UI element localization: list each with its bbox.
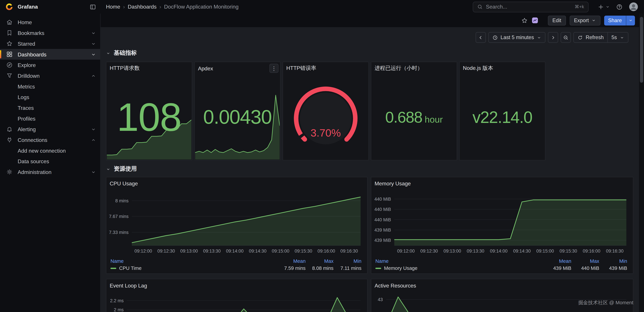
timeseries-plot[interactable] <box>371 190 633 246</box>
sidebar-item-starred[interactable]: Starred <box>0 38 100 49</box>
sidebar-item-dashboards[interactable]: Dashboards <box>0 49 100 60</box>
x-axis-tick-label: 09:16:30 <box>340 248 358 253</box>
legend-header-stat[interactable]: Max <box>306 258 334 264</box>
sidebar-item-metrics[interactable]: Metrics <box>0 81 100 92</box>
sidebar-item-label: Logs <box>18 94 96 100</box>
profile-button[interactable] <box>629 2 638 12</box>
search-bar[interactable]: ⌘+k <box>473 2 589 12</box>
connections-icon <box>6 136 13 143</box>
legend-header-name[interactable]: Name <box>375 258 544 264</box>
x-axis-tick-label: 09:15:00 <box>536 248 554 253</box>
time-shift-forward-button[interactable] <box>548 32 558 43</box>
sidebar-item-traces[interactable]: Traces <box>0 102 100 113</box>
alerting-icon <box>6 126 13 132</box>
zoom-out-button[interactable] <box>561 32 571 43</box>
chevron-down-icon <box>591 18 596 23</box>
panel-title[interactable]: 进程已运行（小时） <box>371 62 457 74</box>
chevron-down-icon <box>91 30 96 36</box>
sidebar-item-logs[interactable]: Logs <box>0 92 100 102</box>
app-plugin-button[interactable] <box>532 17 538 24</box>
chevron-down-icon <box>91 41 96 46</box>
panel-title[interactable]: Node.js 版本 <box>460 62 545 74</box>
legend-header-stat[interactable]: Min <box>599 258 627 264</box>
sidebar-item-home[interactable]: Home <box>0 17 100 28</box>
panel-menu-button[interactable]: ⋮ <box>270 64 278 73</box>
legend-header-name[interactable]: Name <box>110 258 278 264</box>
refresh-interval-dropdown[interactable]: 5s <box>608 32 628 43</box>
time-range-picker[interactable]: Last 5 minutes <box>488 32 546 43</box>
panel-title[interactable]: HTTP错误率 <box>283 62 368 74</box>
grafana-logo-icon[interactable] <box>5 3 14 11</box>
mega-menu-toggle-button[interactable] <box>90 4 96 10</box>
timeseries-plot[interactable] <box>106 291 367 312</box>
administration-icon <box>6 169 13 175</box>
y-axis-tick-label: 7.33 mins <box>106 230 128 235</box>
sidebar-item-label: Home <box>18 19 96 25</box>
edit-button[interactable]: Edit <box>548 16 566 25</box>
panel-title-text: Active Resources <box>374 282 416 288</box>
sidebar-item-connections[interactable]: Connections <box>0 134 100 145</box>
sidebar-item-data-sources[interactable]: Data sources <box>0 156 100 167</box>
section-row-basic-metrics[interactable]: 基础指标 <box>106 49 137 58</box>
chevron-down-icon <box>628 18 633 23</box>
panel-title-text: 进程已运行（小时） <box>374 65 422 72</box>
panel-process-uptime: 进程已运行（小时） 0.688 hour <box>371 62 457 160</box>
drilldown-icon <box>6 72 13 79</box>
x-axis-tick-label: 09:15:30 <box>560 248 577 253</box>
timeseries-chart: 440 MiB440 MiB440 MiB439 MiB439 MiB09:12… <box>371 190 633 273</box>
panel-title[interactable]: CPU Usage <box>106 177 367 190</box>
legend-header-stat[interactable]: Mean <box>544 258 572 264</box>
x-axis-tick-label: 09:13:30 <box>203 248 221 253</box>
sidebar-item-bookmarks[interactable]: Bookmarks <box>0 28 100 38</box>
chevron-down-icon <box>91 52 96 57</box>
export-button[interactable]: Export <box>570 16 600 25</box>
panel-title[interactable]: HTTP请求数 <box>106 62 192 74</box>
timeseries-chart: 8 mins7.67 mins7.33 mins09:12:0009:12:30… <box>106 190 367 273</box>
sidebar-item-explore[interactable]: Explore <box>0 60 100 70</box>
x-axis-tick-label: 09:13:00 <box>444 248 461 253</box>
panel-title[interactable]: Memory Usage <box>371 177 633 190</box>
legend-series-row[interactable]: Memory Usage439 MiB440 MiB439 MiB <box>375 264 627 272</box>
stat-display: v22.14.0 <box>460 74 545 160</box>
breadcrumb-dashboards[interactable]: Dashboards <box>128 4 157 10</box>
section-row-resource-usage[interactable]: 资源使用 <box>106 165 137 174</box>
legend-header-stat[interactable]: Max <box>572 258 600 264</box>
panel-title-text: Event Loop Lag <box>110 282 147 288</box>
help-button[interactable] <box>616 4 622 10</box>
page-scrollbar <box>639 14 644 312</box>
panel-title[interactable]: Apdex <box>195 62 280 74</box>
sidebar-item-administration[interactable]: Administration <box>0 167 100 177</box>
legend-header-stat[interactable]: Min <box>334 258 362 264</box>
panel-title[interactable]: Active Resources <box>371 279 633 291</box>
search-input[interactable] <box>486 4 572 10</box>
share-button[interactable]: Share <box>604 16 626 25</box>
top-navigation-bar: Grafana Home › Dashboards › DocFlow Appl… <box>0 0 644 14</box>
panel-event-loop-lag: Event Loop Lag 2.2 ms2 ms <box>106 279 368 312</box>
sidebar-item-alerting[interactable]: Alerting <box>0 124 100 134</box>
time-shift-back-button[interactable] <box>476 32 486 43</box>
x-axis-tick-label: 09:14:00 <box>490 248 508 253</box>
add-menu-button[interactable] <box>598 4 610 10</box>
favorite-dashboard-button[interactable] <box>521 17 528 24</box>
breadcrumb-home[interactable]: Home <box>106 4 120 10</box>
sidebar-item-drilldown[interactable]: Drilldown <box>0 70 100 81</box>
panel-title[interactable]: Event Loop Lag <box>106 279 367 291</box>
chevron-right-icon: › <box>160 4 161 10</box>
stat-unit: hour <box>425 114 443 125</box>
timeseries-plot[interactable] <box>106 190 367 246</box>
chevron-down-icon <box>91 169 96 175</box>
sidebar-item-label: Add new connection <box>18 147 96 154</box>
sidebar-item-add-new-connection[interactable]: Add new connection <box>0 145 100 156</box>
y-axis-tick-label: 440 MiB <box>371 197 391 201</box>
scrollbar-thumb[interactable] <box>640 17 643 83</box>
refresh-button[interactable]: Refresh <box>574 32 608 43</box>
panel-title-text: HTTP错误率 <box>286 65 316 72</box>
chevron-down-icon <box>91 41 96 46</box>
legend-header-stat[interactable]: Mean <box>278 258 306 264</box>
y-axis-tick-label: 439 MiB <box>371 228 391 232</box>
sidebar-item-profiles[interactable]: Profiles <box>0 113 100 124</box>
legend-series-row[interactable]: CPU Time7.59 mins8.08 mins7.11 mins <box>110 264 362 272</box>
share-menu-button[interactable] <box>626 16 635 25</box>
x-axis-tick-label: 09:15:30 <box>295 248 312 253</box>
panel-title-text: CPU Usage <box>110 180 138 187</box>
